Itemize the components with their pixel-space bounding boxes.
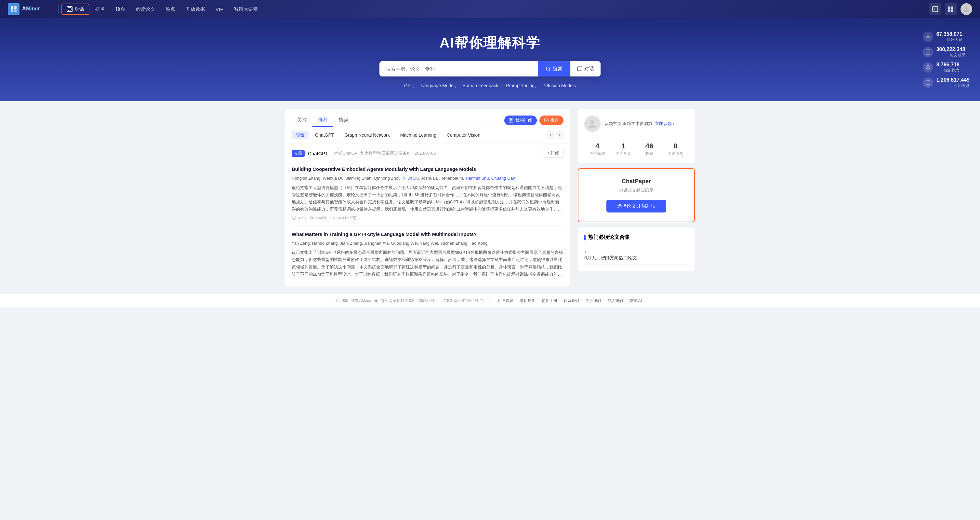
feed-tab-actions: 我的订阅 推送	[504, 115, 563, 125]
navbar: A Miner 对话 排名 顶会 必读论文 热点 开放数据 VIP 智谱大讲堂 …	[0, 0, 980, 18]
feed-section-header: 专题 ChatGPT 综述ChatGPT和大模型每日最新进展备份 2023.07…	[292, 144, 563, 160]
nav-item-hot[interactable]: 热点	[161, 4, 180, 14]
paper-title-2[interactable]: What Matters in Training a GPT4-Style La…	[292, 231, 563, 238]
svg-rect-10	[948, 6, 950, 9]
cat-tab-gnn[interactable]: Graph Neural Network	[340, 131, 393, 139]
footer: © 2005-2023 AMiner 警 京公网安备11010802035176…	[0, 294, 980, 308]
hot-paper-item-1[interactable]: ● 6月人工智能方向热门论文	[584, 246, 688, 265]
nav-right: A	[929, 3, 972, 15]
hot-tag-2[interactable]: Human Feedback,	[462, 83, 500, 88]
svg-text:Miner: Miner	[26, 6, 40, 11]
footer-link-join[interactable]: 加入我们	[608, 298, 623, 303]
footer-record: 京公网安备11010802035176号	[381, 298, 434, 303]
concepts-icon	[923, 62, 933, 73]
svg-text:A: A	[22, 6, 26, 11]
user-avatar[interactable]	[961, 3, 972, 15]
translate-btn[interactable]: A	[929, 3, 941, 15]
hot-tag-4[interactable]: Diffusion Models	[542, 83, 576, 88]
svg-rect-17	[578, 67, 582, 70]
footer-link-agreement[interactable]: 用户协议	[498, 298, 514, 303]
paper-title-1[interactable]: Building Cooperative Embodied Agents Mod…	[292, 166, 563, 172]
footer-link-about[interactable]: 关于我们	[585, 298, 601, 303]
nav-item-lecture[interactable]: 智谱大讲堂	[229, 4, 263, 14]
sidebar: 认领主页,追踪学术影响力 立即认领 › 4 关注领域 1 关注学者 46 收藏	[578, 109, 695, 286]
header-bar	[584, 234, 585, 241]
chat-mode-button[interactable]: 对话	[570, 61, 601, 77]
push-btn[interactable]: 推送	[539, 115, 563, 125]
svg-line-16	[549, 70, 550, 71]
stat-citations-label: 引用关系	[936, 83, 970, 89]
paper-abstract-2: 该论文指出了训练GPT4风格的多模态语言模型所面临的问题。尽管最近的大型语言模型…	[292, 249, 563, 278]
cat-tab-ml[interactable]: Machine Learning	[396, 131, 440, 139]
hot-tag-3[interactable]: Prompt-tuning,	[506, 83, 536, 88]
search-button[interactable]: 搜索	[538, 61, 570, 77]
svg-rect-13	[951, 10, 953, 12]
nav-menu: 对话 排名 顶会 必读论文 热点 开放数据 VIP 智谱大讲堂	[62, 3, 929, 15]
svg-point-14	[965, 7, 968, 10]
cat-tab-cv[interactable]: Computer Vision	[443, 131, 484, 139]
nav-item-vip[interactable]: VIP	[211, 5, 228, 14]
svg-point-19	[927, 35, 929, 37]
subscribe-section-btn[interactable]: + 订阅	[543, 149, 563, 158]
main-content: 关注 推荐 热点 我的订阅	[278, 109, 702, 286]
stat-focus-domains: 4 关注领域	[584, 142, 610, 156]
stat-citations: 1,206,617,449 引用关系	[923, 77, 970, 89]
nav-item-chat[interactable]: 对话	[62, 3, 89, 15]
paper-authors-1: Hongxin Zhang, Weihua Du, Jiaming Shan, …	[292, 175, 563, 182]
tab-follow[interactable]: 关注	[292, 114, 312, 127]
hot-tag-1[interactable]: Language Model,	[421, 83, 456, 88]
footer-link-manual[interactable]: 使用手册	[542, 298, 557, 303]
tab-hot[interactable]: 热点	[333, 114, 354, 127]
cat-tab-chatgpt[interactable]: ChatGPT	[311, 131, 338, 139]
nav-item-opendata[interactable]: 开放数据	[181, 4, 210, 14]
nav-item-conference[interactable]: 顶会	[111, 4, 130, 14]
search-input[interactable]	[379, 62, 538, 76]
chat-icon-nav	[67, 6, 73, 12]
svg-rect-2	[11, 10, 13, 12]
stat-papers-number: 300,222,348	[936, 46, 966, 53]
hero-title: AI帮你理解科学	[0, 34, 980, 52]
svg-rect-6	[68, 8, 71, 10]
logo[interactable]: A Miner	[8, 3, 48, 15]
chatpaper-open-btn[interactable]: 选择论文开启对话	[606, 200, 666, 212]
svg-point-37	[590, 120, 594, 124]
tab-recommend[interactable]: 推荐	[312, 114, 333, 127]
chatpaper-title: ChatPaper	[585, 178, 688, 185]
hero-section: AI帮你理解科学 搜索 对话 GPT, Language Model, Huma…	[0, 18, 980, 101]
paper-abstract-1: 该论文指出大型语言模型（LLM）在单智能体任务中展示了令人印象深刻的规划能力，然…	[292, 184, 563, 213]
logo-text: A Miner	[22, 5, 48, 14]
cat-next-btn[interactable]: ›	[556, 131, 563, 139]
feed-tabs: 关注 推荐 热点 我的订阅	[285, 109, 570, 127]
grid-btn[interactable]	[945, 3, 956, 15]
hot-tag-0[interactable]: GPT,	[404, 83, 414, 88]
svg-text:A: A	[934, 8, 935, 11]
stat-concepts-number: 8,796,718	[936, 62, 959, 68]
stat-researchers-number: 67,358,071	[936, 31, 963, 37]
svg-rect-3	[14, 10, 17, 12]
svg-rect-12	[948, 10, 950, 12]
stat-papers: 300,222,348 论文成果	[923, 46, 970, 58]
footer-link-contact[interactable]: 联系我们	[563, 298, 579, 303]
footer-icp: 京ICP备20011824号-11	[443, 298, 484, 303]
stat-follow-scholars: 1 关注学者	[610, 142, 636, 156]
profile-card: 认领主页,追踪学术影响力 立即认领 › 4 关注领域 1 关注学者 46 收藏	[578, 109, 695, 163]
cat-tab-all[interactable]: 综合	[292, 131, 309, 139]
stat-citations-number: 1,206,617,449	[936, 77, 970, 83]
footer-link-zhipu[interactable]: 智谱.AI	[629, 298, 642, 303]
stat-researchers-label: 科研人员	[936, 37, 963, 43]
nav-item-mustread[interactable]: 必读论文	[131, 4, 160, 14]
hot-papers-card: 热门必读论文合集 ● 6月人工智能方向热门论文	[578, 228, 695, 271]
subscribe-btn[interactable]: 我的订阅	[504, 115, 537, 125]
claim-link[interactable]: 立即认领 ›	[655, 121, 675, 127]
profile-claim-text: 认领主页,追踪学术影响力	[605, 121, 652, 127]
svg-rect-11	[951, 6, 953, 9]
logo-icon	[8, 3, 19, 15]
researchers-icon	[923, 32, 933, 42]
footer-link-privacy[interactable]: 隐私政策	[520, 298, 535, 303]
nav-item-rank[interactable]: 排名	[91, 4, 110, 14]
svg-rect-27	[926, 81, 930, 85]
list-icon	[509, 118, 514, 123]
papers-icon	[923, 47, 933, 57]
email-icon	[544, 118, 549, 123]
cat-prev-btn[interactable]: ‹	[547, 131, 554, 139]
